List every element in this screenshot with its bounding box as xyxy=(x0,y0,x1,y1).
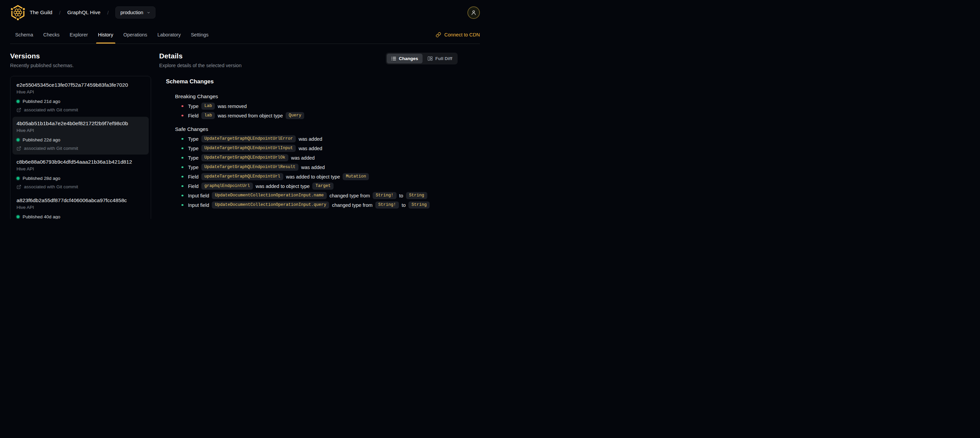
target-selector-value: production xyxy=(120,10,143,15)
versions-subtitle: Recently published schemas. xyxy=(10,63,151,68)
code-chip: Query xyxy=(286,112,304,119)
tab-settings[interactable]: Settings xyxy=(186,21,213,43)
breaking-changes-section: Breaking Changes TypeLabwas removedField… xyxy=(175,94,458,119)
version-published-label: Published 22d ago xyxy=(22,137,60,142)
code-chip: graphqlEndpointUrl xyxy=(201,183,253,190)
breadcrumb-separator: / xyxy=(107,10,108,16)
change-text: Type xyxy=(188,136,199,142)
code-chip: Target xyxy=(312,183,334,190)
changes-view-button[interactable]: Changes xyxy=(387,54,423,64)
tab-laboratory[interactable]: Laboratory xyxy=(153,21,186,43)
target-selector-dropdown[interactable]: production xyxy=(115,6,156,19)
tab-operations[interactable]: Operations xyxy=(118,21,153,43)
schema-changes-title: Schema Changes xyxy=(166,78,458,85)
main-content: Versions Recently published schemas. e2e… xyxy=(0,44,490,219)
code-chip: UpdateTargetGraphQLEndpointUrlResult xyxy=(201,164,299,171)
code-chip: UpdateTargetGraphQLEndpointUrlError xyxy=(201,135,296,142)
version-published-row: Published 28d ago xyxy=(16,176,145,181)
change-text: was removed from object type xyxy=(218,113,283,118)
version-list-item[interactable]: c8b6e88a06793b9c4dfd54aaa21b36a1b421d812… xyxy=(13,155,149,193)
git-commit-link[interactable]: associated with Git commit xyxy=(16,107,145,112)
code-chip: UpdateTargetGraphQLEndpointUrlOk xyxy=(201,154,288,161)
change-item: TypeUpdateTargetGraphQLEndpointUrlErrorw… xyxy=(175,135,458,142)
change-item: Input fieldUpdateDocumentCollectionOpera… xyxy=(175,192,458,199)
tab-schema[interactable]: Schema xyxy=(10,21,38,43)
tab-label: Explorer xyxy=(70,32,88,37)
change-text-segments: Input fieldUpdateDocumentCollectionOpera… xyxy=(188,192,427,199)
version-service-name: Hive API xyxy=(16,89,145,94)
git-commit-link[interactable]: associated with Git commit xyxy=(16,184,145,189)
code-chip: String xyxy=(406,192,427,199)
tab-checks[interactable]: Checks xyxy=(38,21,64,43)
code-chip: UpdateTargetGraphQLEndpointUrlInput xyxy=(201,145,296,152)
change-text-segments: FieldgraphqlEndpointUrlwas added to obje… xyxy=(188,183,334,190)
version-hash: a823f6db2a55df877dcf406006abca97fcc4858c xyxy=(16,197,145,204)
version-service-name: Hive API xyxy=(16,205,145,210)
breadcrumb-org[interactable]: The Guild xyxy=(30,10,52,16)
change-text: to xyxy=(399,193,403,198)
change-item: TypeUpdateTargetGraphQLEndpointUrlInputw… xyxy=(175,145,458,152)
tab-label: Schema xyxy=(15,32,33,37)
full-diff-view-label: Full Diff xyxy=(435,56,452,61)
details-title: Details xyxy=(159,52,242,60)
change-text-segments: TypeLabwas removed xyxy=(188,103,247,110)
breadcrumb: The Guild / GraphQL Hive / production xyxy=(30,6,156,19)
change-text-segments: TypeUpdateTargetGraphQLEndpointUrlOkwas … xyxy=(188,154,315,161)
connect-to-cdn-button[interactable]: Connect to CDN xyxy=(436,21,480,43)
bullet-dot xyxy=(181,195,183,197)
bullet-dot xyxy=(181,157,183,159)
change-text: Field xyxy=(188,113,199,118)
user-avatar[interactable] xyxy=(468,6,480,19)
connect-to-cdn-label: Connect to CDN xyxy=(444,32,480,37)
published-status-dot xyxy=(16,139,19,142)
version-published-label: Published 40d ago xyxy=(22,214,60,219)
code-chip: Mutation xyxy=(343,173,369,180)
safe-changes-section: Safe Changes TypeUpdateTargetGraphQLEndp… xyxy=(175,126,458,209)
version-list-item[interactable]: e2e55045345ce13fe07f52a77459b83fa3fe7020… xyxy=(13,78,149,116)
change-item: FieldupdateTargetGraphQLEndpointUrlwas a… xyxy=(175,173,458,180)
tab-history[interactable]: History xyxy=(93,21,118,43)
split-columns-icon xyxy=(428,56,433,61)
code-chip: String! xyxy=(375,201,399,209)
tab-explorer[interactable]: Explorer xyxy=(65,21,93,43)
change-item: FieldgraphqlEndpointUrlwas added to obje… xyxy=(175,183,458,190)
change-item: TypeLabwas removed xyxy=(175,103,458,110)
safe-changes-title: Safe Changes xyxy=(175,126,458,132)
bullet-dot xyxy=(181,204,183,206)
external-link-icon xyxy=(16,108,21,112)
change-item: Fieldlabwas removed from object typeQuer… xyxy=(175,112,458,119)
change-text-segments: Input fieldUpdateDocumentCollectionOpera… xyxy=(188,201,430,209)
versions-panel: Versions Recently published schemas. e2e… xyxy=(10,52,151,219)
code-chip: updateTargetGraphQLEndpointUrl xyxy=(201,173,283,180)
version-published-label: Published 28d ago xyxy=(22,176,60,181)
published-status-dot xyxy=(16,215,19,218)
schema-changes-block: Schema Changes Breaking Changes TypeLabw… xyxy=(166,78,458,209)
change-item: TypeUpdateTargetGraphQLEndpointUrlResult… xyxy=(175,164,458,171)
chevron-down-icon xyxy=(147,11,150,14)
git-commit-link[interactable]: associated with Git commit xyxy=(16,146,145,151)
change-text: was added to object type xyxy=(256,183,310,189)
view-toggle-group: Changes Full Diff xyxy=(386,53,458,64)
tab-label: Operations xyxy=(123,32,147,37)
hive-logo[interactable] xyxy=(10,5,25,20)
change-text-segments: FieldupdateTargetGraphQLEndpointUrlwas a… xyxy=(188,173,369,180)
breadcrumb-project[interactable]: GraphQL Hive xyxy=(67,10,100,16)
change-text: was added xyxy=(291,155,315,161)
bullet-dot xyxy=(181,138,183,140)
breadcrumb-row: The Guild / GraphQL Hive / production xyxy=(10,4,480,21)
change-text: changed type from xyxy=(329,193,370,198)
version-list-item[interactable]: 4b05ab51b1b4a7e2e4b0ef82172f2b9f7ef98c0b… xyxy=(13,117,149,154)
change-text-segments: Fieldlabwas removed from object typeQuer… xyxy=(188,112,304,119)
nav-tabs: Schema Checks Explorer History Operation… xyxy=(10,21,213,43)
versions-title: Versions xyxy=(10,52,151,60)
code-chip: String xyxy=(408,201,430,209)
change-text: Field xyxy=(188,183,199,189)
version-list-item[interactable]: a823f6db2a55df877dcf406006abca97fcc4858c… xyxy=(13,194,149,219)
change-item: Input fieldUpdateDocumentCollectionOpera… xyxy=(175,201,458,209)
change-text: Type xyxy=(188,155,199,161)
change-text-segments: TypeUpdateTargetGraphQLEndpointUrlErrorw… xyxy=(188,135,322,142)
bullet-dot xyxy=(181,115,183,117)
change-text: was added to object type xyxy=(286,174,340,180)
published-status-dot xyxy=(16,177,19,180)
full-diff-view-button[interactable]: Full Diff xyxy=(423,54,457,64)
